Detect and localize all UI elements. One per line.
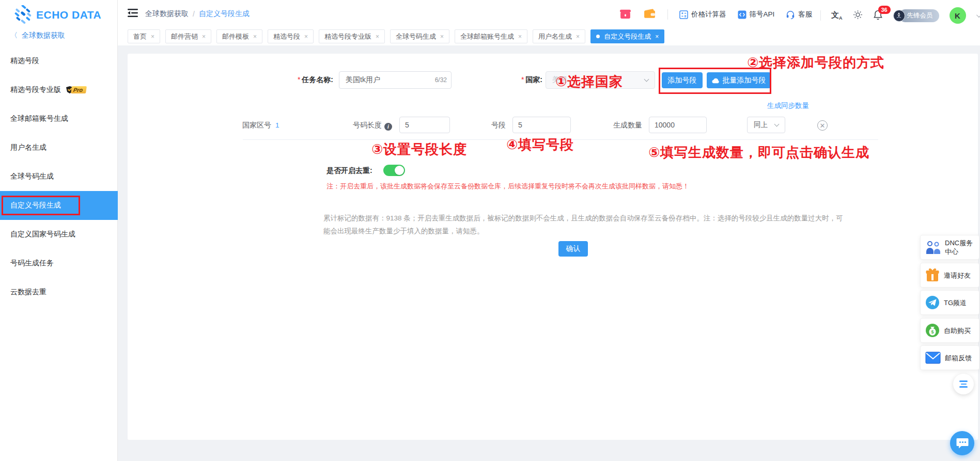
sidebar-item-label: 精选号段专业版 (10, 85, 61, 94)
topbar-divider (820, 10, 821, 21)
required-star: * (298, 75, 300, 84)
tab-close-icon[interactable]: × (151, 33, 154, 40)
same-as-above-select[interactable]: 同上 (747, 117, 785, 133)
tab-email-template[interactable]: 邮件模板× (216, 29, 262, 43)
area-code-label: 国家区号 1 (242, 121, 279, 130)
dedupe-toggle[interactable] (383, 165, 405, 176)
stats-note: 累计标记的数据有：9138 条；开启去重生成数据后，被标记的数据则不会生成，且生… (323, 212, 848, 237)
tab-bar: 首页× 邮件营销× 邮件模板× 精选号段× 精选号段专业版× 全球号码生成× 全… (128, 29, 664, 43)
pro-badge: Pro (65, 86, 86, 94)
sidebar-item-global-number-generation[interactable]: 全球号码生成 (0, 162, 118, 191)
sidebar-item-label: 全球邮箱账号生成 (10, 114, 68, 123)
menu-icon-bar (959, 386, 968, 388)
avatar[interactable]: K (950, 7, 966, 24)
task-name-label: *任务名称: (279, 75, 333, 85)
required-star: * (521, 75, 524, 84)
tab-custom-segment-generation[interactable]: 自定义号段生成× (590, 29, 664, 43)
tab-label: 精选号段专业版 (324, 32, 371, 41)
number-length-input[interactable] (399, 117, 450, 133)
sidebar-item-custom-country-number-generation[interactable]: 自定义国家号码生成 (0, 220, 118, 249)
task-name-field: 6/32 (339, 71, 452, 89)
tab-close-icon[interactable]: × (576, 33, 580, 40)
country-label: *国家: (495, 75, 542, 85)
chevron-down-icon (774, 121, 780, 126)
sidebar-item-cloud-dedupe[interactable]: 云数据去重 (0, 278, 118, 307)
back-link[interactable]: 〈 全球数据获取 (0, 28, 117, 43)
add-segment-button[interactable]: 添加号段 (662, 72, 703, 88)
price-calculator-link[interactable]: 价格计算器 (679, 10, 726, 19)
tab-featured-segments-pro[interactable]: 精选号段专业版× (319, 29, 385, 43)
customer-service-link[interactable]: 客服 (786, 10, 812, 19)
tab-close-icon[interactable]: × (518, 33, 522, 40)
panel-tg-channel[interactable]: TG频道 (920, 290, 979, 315)
remove-row-icon[interactable]: ✕ (817, 120, 828, 131)
area-code-value: 1 (275, 121, 279, 129)
chevron-down-icon[interactable] (976, 12, 980, 18)
collapse-sidebar-icon[interactable] (128, 8, 138, 19)
panel-self-purchase[interactable]: $ 自助购买 (920, 318, 979, 343)
membership-badge[interactable]: 先锋会员 (893, 9, 939, 22)
tab-close-icon[interactable]: × (655, 33, 659, 40)
pro-badge-label: Pro (71, 86, 87, 93)
tab-close-icon[interactable]: × (376, 33, 379, 40)
segment-input[interactable] (512, 117, 571, 133)
dedupe-note: 注：开启去重后，该批生成数据将会保存至云备份数据仓库，后续选择重复号段时将不会再… (326, 182, 689, 191)
translate-icon[interactable]: 文A (831, 10, 843, 21)
sidebar-item-global-email-generation[interactable]: 全球邮箱账号生成 (0, 104, 118, 133)
price-calculator-label: 价格计算器 (691, 10, 726, 19)
quantity-input[interactable] (649, 117, 707, 133)
tab-close-icon[interactable]: × (253, 33, 257, 40)
panel-invite-friends[interactable]: 邀请好友 (920, 263, 979, 288)
gift-box-icon (925, 268, 940, 282)
sidebar: Echo Data 〈 全球数据获取 精选号段 精选号段专业版 Pro 全球邮箱… (0, 0, 118, 461)
sidebar-item-featured-segments[interactable]: 精选号段 (0, 46, 118, 75)
membership-icon (893, 10, 905, 22)
tab-label: 全球邮箱账号生成 (460, 32, 514, 41)
confirm-button[interactable]: 确认 (558, 241, 588, 257)
segment-label: 号段 (491, 121, 506, 130)
notification-bell[interactable]: 36 (873, 10, 883, 22)
tab-close-icon[interactable]: × (440, 33, 444, 40)
sidebar-item-custom-segment-generation[interactable]: 自定义号段生成 (0, 191, 118, 220)
tab-email-marketing[interactable]: 邮件营销× (165, 29, 211, 43)
tab-close-icon[interactable]: × (304, 33, 308, 40)
tab-label: 自定义号段生成 (604, 32, 651, 41)
info-icon[interactable]: i (384, 123, 392, 131)
sidebar-item-username-generation[interactable]: 用户名生成 (0, 133, 118, 162)
breadcrumb-separator: / (193, 10, 195, 18)
wallet-icon[interactable] (643, 7, 656, 22)
segment-field (512, 117, 571, 133)
panel-dnc-service[interactable]: DNC服务中心 (920, 235, 979, 260)
batch-add-segment-button[interactable]: 批量添加号段 (707, 72, 771, 88)
tab-label: 精选号段 (273, 32, 300, 41)
chat-widget-button[interactable] (950, 431, 974, 455)
tab-close-icon[interactable]: × (202, 33, 206, 40)
same-as-above-value: 同上 (754, 120, 768, 130)
sidebar-item-number-generation-tasks[interactable]: 号码生成任务 (0, 249, 118, 278)
theme-icon[interactable] (853, 10, 863, 21)
tab-global-number-generation[interactable]: 全球号码生成× (390, 29, 449, 43)
topbar-divider (667, 9, 668, 20)
panel-email-feedback[interactable]: 邮箱反馈 (920, 345, 979, 370)
active-tab-dot (596, 35, 600, 38)
api-link[interactable]: 筛号API (738, 10, 775, 19)
back-caret-icon: 〈 (10, 31, 18, 40)
sync-quantity-link[interactable]: 生成同步数量 (767, 101, 809, 110)
topbar-actions: 价格计算器 筛号API 客服 (619, 7, 812, 22)
sidebar-item-featured-segments-pro[interactable]: 精选号段专业版 Pro (0, 75, 118, 104)
number-length-label: 号码长度i (353, 121, 392, 131)
annotation-step5: ⑤填写生成数量，即可点击确认生成 (648, 144, 869, 162)
tab-label: 全球号码生成 (396, 32, 436, 41)
tab-username-generation[interactable]: 用户名生成× (533, 29, 585, 43)
tab-global-email-generation[interactable]: 全球邮箱账号生成× (455, 29, 527, 43)
sidebar-item-label: 自定义国家号码生成 (10, 230, 75, 239)
tab-home[interactable]: 首页× (128, 29, 160, 43)
quantity-field (649, 117, 707, 133)
tab-featured-segments[interactable]: 精选号段× (268, 29, 314, 43)
gift-icon[interactable] (619, 7, 632, 22)
panel-label: 邀请好友 (944, 271, 973, 280)
panel-menu-button[interactable] (953, 374, 974, 394)
brand-logo[interactable]: Echo Data (0, 0, 117, 26)
mail-icon (925, 352, 941, 364)
breadcrumb-parent[interactable]: 全球数据获取 (145, 9, 189, 19)
